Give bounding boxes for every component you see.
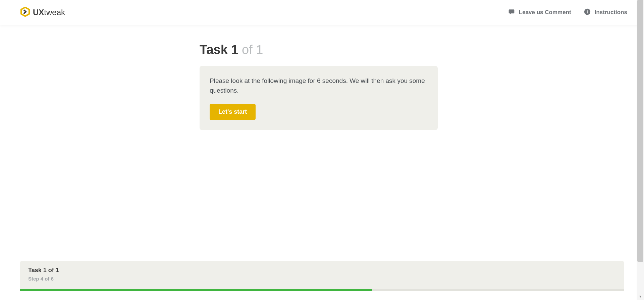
instructions-button[interactable]: Instructions — [584, 8, 627, 17]
task-description: Please look at the following image for 6… — [210, 76, 428, 96]
progress-fill — [20, 289, 372, 291]
scrollbar[interactable]: ▲ ▼ — [637, 0, 644, 300]
leave-comment-button[interactable]: Leave us Comment — [508, 8, 571, 17]
logo-text: UXtweak — [33, 8, 65, 17]
svg-rect-3 — [587, 10, 588, 11]
info-icon — [584, 8, 591, 17]
comment-icon — [508, 8, 515, 17]
progress-bar — [20, 289, 624, 291]
lets-start-button[interactable]: Let's start — [210, 104, 256, 120]
logo-icon — [20, 7, 30, 18]
task-title: Task 1 of 1 — [200, 43, 263, 57]
footer-panel: Task 1 of 1 Step 4 of 6 — [20, 261, 624, 291]
leave-comment-label: Leave us Comment — [519, 9, 571, 16]
svg-rect-2 — [587, 11, 588, 13]
header-actions: Leave us Comment Instructions — [508, 8, 627, 17]
header: UXtweak Leave us Comment Instructions — [0, 0, 644, 25]
main-content: Task 1 of 1 Please look at the following… — [200, 25, 644, 130]
task-card: Please look at the following image for 6… — [200, 66, 438, 130]
instructions-label: Instructions — [595, 9, 627, 16]
footer-step-label: Step 4 of 6 — [28, 276, 616, 282]
logo[interactable]: UXtweak — [20, 7, 65, 18]
scroll-down-icon[interactable]: ▼ — [637, 293, 644, 300]
scrollbar-thumb[interactable] — [637, 0, 643, 262]
footer-task-label: Task 1 of 1 — [28, 267, 616, 274]
